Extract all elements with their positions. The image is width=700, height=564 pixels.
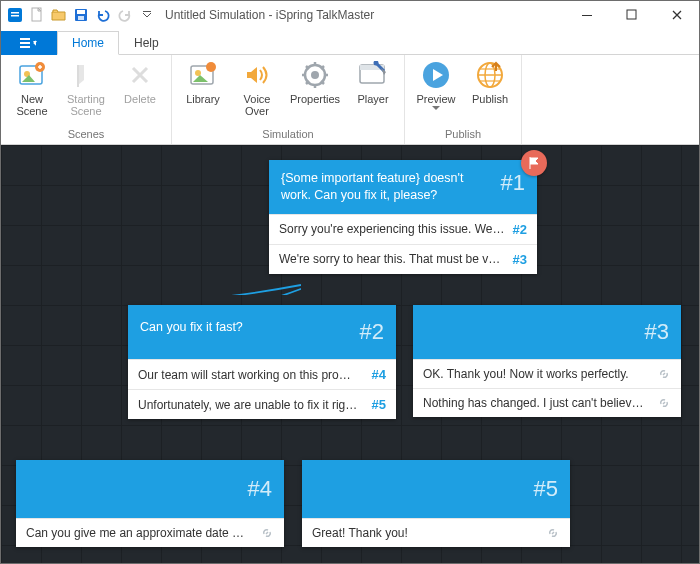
svg-rect-2 <box>11 15 19 17</box>
svg-rect-16 <box>77 65 79 87</box>
link-icon <box>657 367 671 381</box>
player-label: Player <box>357 93 388 105</box>
reply-row[interactable]: We're sorry to hear this. That must be v… <box>269 244 537 274</box>
svg-rect-1 <box>11 12 19 14</box>
reply-row[interactable]: OK. Thank you! Now it works perfectly. <box>413 359 681 388</box>
minimize-button[interactable] <box>564 1 609 29</box>
scene-canvas[interactable]: {Some important feature} doesn't work. C… <box>1 145 699 563</box>
properties-label: Properties <box>290 93 340 105</box>
svg-rect-6 <box>78 16 84 20</box>
maximize-button[interactable] <box>609 1 654 29</box>
node-number: #5 <box>534 476 558 502</box>
starting-flag-icon <box>521 150 547 176</box>
link-icon <box>657 396 671 410</box>
window-buttons <box>564 1 699 29</box>
library-icon <box>187 59 219 91</box>
group-simulation-title: Simulation <box>262 126 313 144</box>
link-icon <box>260 526 274 540</box>
node-question: Can you fix it fast? <box>140 319 243 336</box>
delete-button: Delete <box>115 57 165 126</box>
svg-point-21 <box>311 71 319 79</box>
svg-rect-12 <box>20 46 30 48</box>
reply-text: Nothing has changed. I just can't believ… <box>423 396 649 410</box>
starting-scene-button: StartingScene <box>61 57 111 126</box>
node-header[interactable]: #5 <box>302 460 570 518</box>
new-scene-label: NewScene <box>16 93 47 117</box>
reply-row[interactable]: Can you give me an approximate date … <box>16 518 284 547</box>
group-scenes-title: Scenes <box>68 126 105 144</box>
reply-text: Unfortunately, we are unable to fix it r… <box>138 398 364 412</box>
svg-rect-5 <box>77 10 85 14</box>
voice-over-icon <box>241 59 273 91</box>
svg-rect-11 <box>20 42 30 44</box>
tab-help[interactable]: Help <box>119 31 174 54</box>
node-header[interactable]: #3 <box>413 305 681 359</box>
group-scenes: NewScene StartingScene Delete Scenes <box>1 55 172 144</box>
reply-row[interactable]: Great! Thank you! <box>302 518 570 547</box>
reply-text: Can you give me an approximate date … <box>26 526 252 540</box>
player-icon <box>357 59 389 91</box>
reply-link-tag: #5 <box>372 397 386 412</box>
window-title: Untitled Simulation - iSpring TalkMaster <box>161 8 564 22</box>
close-button[interactable] <box>654 1 699 29</box>
ribbon-tabbar: Home Help <box>1 29 699 55</box>
group-publish: Preview Publish Publish <box>405 55 522 144</box>
svg-rect-9 <box>627 10 636 19</box>
scene-node-1[interactable]: {Some important feature} doesn't work. C… <box>269 160 537 274</box>
scene-node-5[interactable]: #5 Great! Thank you! <box>302 460 570 547</box>
properties-button[interactable]: Properties <box>286 57 344 126</box>
tab-home[interactable]: Home <box>57 31 119 55</box>
reply-text: We're sorry to hear this. That must be v… <box>279 252 505 266</box>
publish-icon <box>474 59 506 91</box>
node-question: {Some important feature} doesn't work. C… <box>281 170 493 204</box>
library-label: Library <box>186 93 220 105</box>
publish-label: Publish <box>472 93 508 105</box>
node-header[interactable]: {Some important feature} doesn't work. C… <box>269 160 537 214</box>
player-button[interactable]: Player <box>348 57 398 126</box>
open-file-icon[interactable] <box>49 5 69 25</box>
file-menu-button[interactable] <box>1 31 57 55</box>
reply-text: Great! Thank you! <box>312 526 538 540</box>
library-button[interactable]: Library <box>178 57 228 126</box>
delete-label: Delete <box>124 93 156 105</box>
save-file-icon[interactable] <box>71 5 91 25</box>
qat-dropdown-icon[interactable] <box>137 5 157 25</box>
node-number: #3 <box>645 319 669 345</box>
reply-text: OK. Thank you! Now it works perfectly. <box>423 367 649 381</box>
reply-link-tag: #4 <box>372 367 386 382</box>
reply-text: Our team will start working on this pro… <box>138 368 364 382</box>
app-icon <box>5 5 25 25</box>
svg-rect-10 <box>20 38 30 40</box>
link-icon <box>546 526 560 540</box>
starting-scene-label: StartingScene <box>67 93 105 117</box>
new-file-icon[interactable] <box>27 5 47 25</box>
svg-rect-8 <box>582 15 592 16</box>
quick-access-toolbar <box>1 5 161 25</box>
connection-lines <box>1 145 301 295</box>
reply-row[interactable]: Nothing has changed. I just can't believ… <box>413 388 681 417</box>
scene-node-2[interactable]: Can you fix it fast? #2 Our team will st… <box>128 305 396 419</box>
group-publish-title: Publish <box>445 126 481 144</box>
titlebar: Untitled Simulation - iSpring TalkMaster <box>1 1 699 29</box>
reply-row[interactable]: Sorry you're experiencing this issue. We… <box>269 214 537 244</box>
reply-link-tag: #3 <box>513 252 527 267</box>
preview-button[interactable]: Preview <box>411 57 461 126</box>
reply-row[interactable]: Unfortunately, we are unable to fix it r… <box>128 389 396 419</box>
starting-scene-icon <box>70 59 102 91</box>
node-header[interactable]: Can you fix it fast? #2 <box>128 305 396 359</box>
new-scene-button[interactable]: NewScene <box>7 57 57 126</box>
reply-row[interactable]: Our team will start working on this pro…… <box>128 359 396 389</box>
voice-over-button[interactable]: VoiceOver <box>232 57 282 126</box>
delete-icon <box>124 59 156 91</box>
svg-point-19 <box>206 62 216 72</box>
voice-over-label: VoiceOver <box>244 93 271 117</box>
node-header[interactable]: #4 <box>16 460 284 518</box>
publish-button[interactable]: Publish <box>465 57 515 126</box>
reply-link-tag: #2 <box>513 222 527 237</box>
group-simulation: Library VoiceOver Properties Player Simu… <box>172 55 405 144</box>
redo-icon[interactable] <box>115 5 135 25</box>
undo-icon[interactable] <box>93 5 113 25</box>
scene-node-4[interactable]: #4 Can you give me an approximate date … <box>16 460 284 547</box>
ribbon: NewScene StartingScene Delete Scenes Lib… <box>1 55 699 145</box>
scene-node-3[interactable]: #3 OK. Thank you! Now it works perfectly… <box>413 305 681 417</box>
